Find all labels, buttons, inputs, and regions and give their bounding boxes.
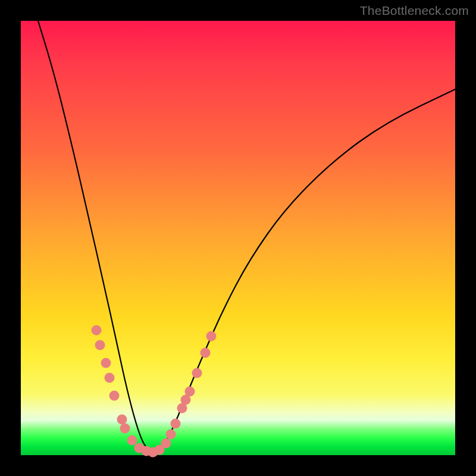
watermark-text: TheBottleneck.com: [360, 4, 469, 18]
plot-area: [21, 21, 455, 455]
chart-frame: TheBottleneck.com: [0, 0, 476, 476]
